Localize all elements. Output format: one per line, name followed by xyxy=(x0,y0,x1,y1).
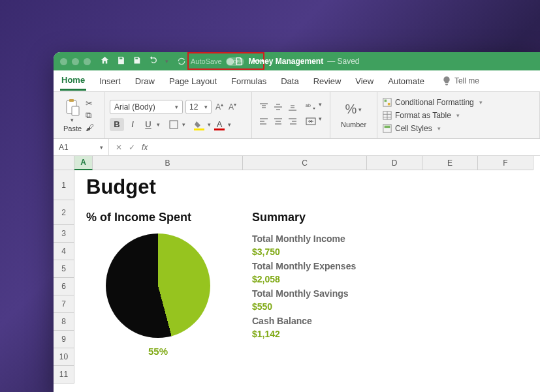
tab-data[interactable]: Data xyxy=(279,72,300,90)
save-copy-icon[interactable] xyxy=(133,55,142,67)
fill-color-dropdown-icon[interactable]: ▾ xyxy=(208,121,211,128)
minimize-window-button[interactable] xyxy=(72,58,79,65)
tab-view[interactable]: View xyxy=(354,72,375,90)
col-header-d[interactable]: D xyxy=(367,156,422,170)
merge-cells-icon[interactable] xyxy=(304,115,317,127)
row-header-10[interactable]: 10 xyxy=(54,348,74,366)
tell-me-search[interactable]: Tell me xyxy=(441,76,479,86)
name-box[interactable]: A1 ▾ xyxy=(54,139,109,155)
font-color-dropdown-icon[interactable]: ▾ xyxy=(228,121,231,128)
row-header-3[interactable]: 3 xyxy=(54,225,74,243)
cut-icon[interactable]: ✂ xyxy=(86,98,94,108)
tab-home[interactable]: Home xyxy=(60,71,86,91)
align-left-icon[interactable] xyxy=(257,115,270,127)
conditional-formatting-icon xyxy=(383,98,392,107)
expenses-value: $2,058 xyxy=(252,274,528,284)
pct-value: 55% xyxy=(86,346,230,357)
tell-me-label: Tell me xyxy=(454,76,479,85)
table-icon xyxy=(383,111,392,120)
svg-rect-32 xyxy=(385,125,390,128)
home-icon[interactable] xyxy=(100,55,110,67)
savings-label: Total Monthly Savings xyxy=(252,288,528,299)
border-dropdown-icon[interactable]: ▾ xyxy=(182,121,185,128)
conditional-formatting-label: Conditional Formatting xyxy=(395,98,474,107)
file-name: Money Management xyxy=(248,57,323,66)
col-header-c[interactable]: C xyxy=(243,156,367,170)
paste-button[interactable]: ▾ Paste xyxy=(63,98,82,132)
row-header-8[interactable]: 8 xyxy=(54,313,74,331)
col-header-a[interactable]: A xyxy=(74,156,93,170)
tab-formulas[interactable]: Formulas xyxy=(230,72,268,90)
font-name-select[interactable]: Arial (Body)▾ xyxy=(110,100,183,114)
number-format-dropdown-icon[interactable]: ▾ xyxy=(358,106,362,113)
ribbon-tabs: Home Insert Draw Page Layout Formulas Da… xyxy=(54,70,540,92)
font-size-select[interactable]: 12▾ xyxy=(185,100,212,114)
save-status: — Saved xyxy=(327,57,359,66)
autosave-label: AutoSave xyxy=(191,57,222,65)
zoom-window-button[interactable] xyxy=(84,58,91,65)
increase-font-icon[interactable]: A▴ xyxy=(214,102,225,112)
font-color-button[interactable]: A xyxy=(212,118,227,131)
row-header-9[interactable]: 9 xyxy=(54,331,74,348)
bulb-icon xyxy=(441,76,452,86)
select-all-corner[interactable] xyxy=(54,156,74,170)
undo-icon[interactable] xyxy=(149,55,159,67)
col-header-e[interactable]: E xyxy=(422,156,478,170)
decrease-font-icon[interactable]: A▾ xyxy=(227,102,238,112)
fill-color-button[interactable] xyxy=(192,118,206,131)
sheet-content[interactable]: Budget % of Income Spent 55% Summary Tot… xyxy=(74,170,540,392)
tab-automate[interactable]: Automate xyxy=(387,72,426,90)
conditional-formatting-button[interactable]: Conditional Formatting▾ xyxy=(383,97,534,108)
italic-button[interactable]: I xyxy=(125,118,140,131)
excel-file-icon xyxy=(234,56,244,67)
row-header-5[interactable]: 5 xyxy=(54,260,74,278)
cell-styles-button[interactable]: Cell Styles▾ xyxy=(383,123,534,134)
row-header-7[interactable]: 7 xyxy=(54,295,74,313)
row-headers: 1 2 3 4 5 6 7 8 9 10 11 xyxy=(54,170,74,384)
document-title[interactable]: Money Management — Saved xyxy=(234,56,359,67)
tab-page-layout[interactable]: Page Layout xyxy=(168,72,218,90)
cancel-formula-icon[interactable]: ✕ xyxy=(116,143,122,152)
undo-dropdown-icon[interactable]: ▾ xyxy=(165,58,168,65)
row-header-2[interactable]: 2 xyxy=(54,200,74,225)
wrap-text-icon[interactable]: ab xyxy=(304,101,317,113)
row-header-1[interactable]: 1 xyxy=(54,170,74,200)
formula-input[interactable] xyxy=(154,139,540,155)
copy-icon[interactable]: ⧉ xyxy=(86,110,94,121)
tab-draw[interactable]: Draw xyxy=(134,72,156,90)
format-as-table-button[interactable]: Format as Table▾ xyxy=(383,110,534,121)
tab-insert[interactable]: Insert xyxy=(98,72,122,90)
row-header-4[interactable]: 4 xyxy=(54,243,74,260)
tab-review[interactable]: Review xyxy=(312,72,343,90)
save-icon[interactable] xyxy=(116,55,126,67)
accept-formula-icon[interactable]: ✓ xyxy=(129,143,135,152)
font-group: Arial (Body)▾ 12▾ A▴ A▾ B I U ▾ ▾ ▾ A xyxy=(104,92,252,138)
spreadsheet-grid: 1 2 3 4 5 6 7 8 9 10 11 A B C D E F xyxy=(54,156,540,392)
row-header-11[interactable]: 11 xyxy=(54,366,74,384)
border-button[interactable] xyxy=(167,118,181,131)
close-window-button[interactable] xyxy=(60,58,67,65)
svg-rect-1 xyxy=(69,99,74,102)
format-painter-icon[interactable]: 🖌 xyxy=(86,123,94,132)
svg-text:ab: ab xyxy=(306,103,311,108)
align-right-icon[interactable] xyxy=(286,115,299,127)
align-top-icon[interactable] xyxy=(257,101,270,113)
cell-styles-label: Cell Styles xyxy=(395,124,432,133)
bold-button[interactable]: B xyxy=(110,118,124,131)
percent-icon[interactable]: % xyxy=(345,102,357,117)
expenses-label: Total Monthly Expenses xyxy=(252,261,528,271)
underline-dropdown-icon[interactable]: ▾ xyxy=(157,121,160,128)
underline-button[interactable]: U xyxy=(141,118,155,131)
wrap-dropdown-icon[interactable]: ▾ xyxy=(319,101,322,113)
align-center-icon[interactable] xyxy=(272,115,285,127)
row-header-6[interactable]: 6 xyxy=(54,278,74,295)
align-bottom-icon[interactable] xyxy=(286,101,299,113)
pct-header: % of Income Spent xyxy=(86,211,230,224)
paste-icon xyxy=(65,98,80,117)
align-middle-icon[interactable] xyxy=(272,101,285,113)
merge-dropdown-icon[interactable]: ▾ xyxy=(319,115,322,127)
number-group-label: Number xyxy=(341,121,366,128)
col-header-b[interactable]: B xyxy=(93,156,243,170)
fx-icon[interactable]: fx xyxy=(142,143,148,152)
col-header-f[interactable]: F xyxy=(478,156,533,170)
